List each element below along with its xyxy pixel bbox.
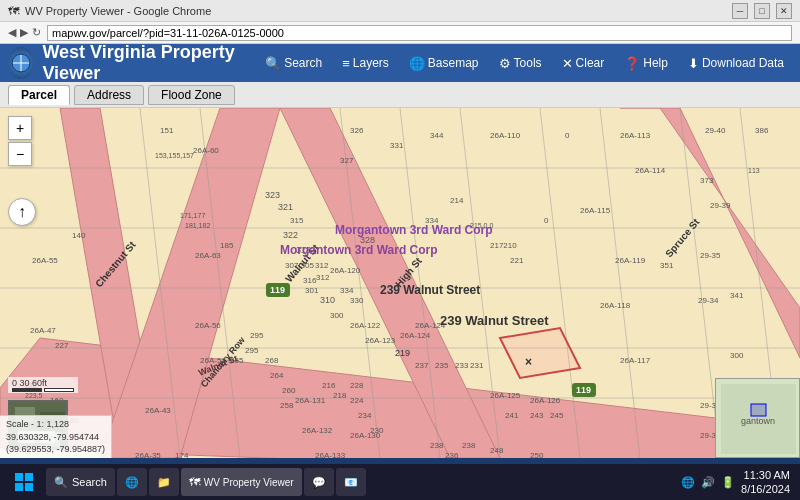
num-301: 301 [305, 286, 319, 295]
svg-rect-28 [25, 483, 33, 491]
clear-icon: ✕ [562, 56, 573, 71]
svg-rect-25 [15, 473, 23, 481]
search-button[interactable]: 🔍 Search [257, 52, 330, 75]
num-0: 0 [565, 131, 570, 140]
num-219: 219 [395, 348, 410, 358]
num-243: 243 [530, 411, 544, 420]
num-113: 113 [748, 167, 760, 174]
parcel-26a43: 26A-43 [145, 406, 171, 415]
tools-button[interactable]: ⚙ Tools [491, 52, 550, 75]
basemap-button[interactable]: 🌐 Basemap [401, 52, 487, 75]
num-316: 316 [303, 276, 317, 285]
num-326: 326 [350, 126, 364, 135]
num-344: 344 [430, 131, 444, 140]
taskbar-map-button[interactable]: 🗺 WV Property Viewer [181, 468, 302, 496]
num-341: 341 [730, 291, 744, 300]
num-330: 330 [350, 296, 364, 305]
maximize-button[interactable]: □ [754, 3, 770, 19]
parcel-26a35: 26A-35 [135, 451, 161, 458]
volume-icon: 🔊 [701, 476, 715, 489]
num-312b: 312 [316, 273, 330, 282]
tools-icon: ⚙ [499, 56, 511, 71]
num-323: 323 [265, 190, 280, 200]
system-clock[interactable]: 11:30 AM 8/16/2024 [741, 468, 790, 497]
search-icon: 🔍 [265, 56, 281, 71]
num-153-155-157: 153,155,157 [155, 152, 194, 159]
download-button[interactable]: ⬇ Download Data [680, 52, 792, 75]
tab-bar: Parcel Address Flood Zone [0, 82, 800, 108]
num-241: 241 [505, 411, 519, 420]
clear-button[interactable]: ✕ Clear [554, 52, 613, 75]
parcel-26a122: 26A-122 [350, 321, 381, 330]
num-248: 248 [490, 446, 504, 455]
num-268: 268 [265, 356, 279, 365]
parcel-26a110: 26A-110 [490, 131, 521, 140]
map-svg[interactable]: Walnut St High St Chestnut St Chancery R… [0, 108, 800, 458]
parcel-26a47: 26A-47 [30, 326, 56, 335]
num-260: 260 [282, 386, 296, 395]
taskbar-teams-button[interactable]: 💬 [304, 468, 334, 496]
parcel-26a119: 26A-119 [615, 256, 646, 265]
num-215-0-217: 215,0,0 [470, 222, 493, 229]
taskbar-search-button[interactable]: 🔍 Search [46, 468, 115, 496]
help-button[interactable]: ❓ Help [616, 52, 676, 75]
taskbar-search-icon: 🔍 [54, 476, 68, 489]
num-185: 185 [220, 241, 234, 250]
svg-rect-27 [15, 483, 23, 491]
num-235b: 235 [435, 361, 449, 370]
zoom-out-button[interactable]: − [8, 142, 32, 166]
num-250: 250 [530, 451, 544, 458]
num-216: 216 [322, 381, 336, 390]
num-258: 258 [280, 401, 294, 410]
num-318: 318 [296, 245, 311, 255]
zoom-in-button[interactable]: + [8, 116, 32, 140]
toolbar: West Virginia Property Viewer 🔍 Search ≡… [0, 44, 800, 82]
tab-parcel[interactable]: Parcel [8, 85, 70, 105]
forward-icon[interactable]: ▶ [20, 26, 28, 39]
num-218: 218 [333, 391, 347, 400]
parcel-140: 140 [72, 231, 86, 240]
parcel-26a117: 26A-117 [620, 356, 651, 365]
parcel-26a60: 26A-60 [193, 146, 219, 155]
tab-flood-zone[interactable]: Flood Zone [148, 85, 235, 105]
num-29-34: 29-34 [698, 296, 719, 305]
num-228: 228 [350, 381, 364, 390]
coords-line2: (39.629553, -79.954887) [6, 443, 105, 456]
taskbar-teams-icon: 💬 [312, 476, 326, 489]
parcel-26a118: 26A-118 [600, 301, 631, 310]
taskbar-folder-button[interactable]: 📁 [149, 468, 179, 496]
num-307-305: 307,305 [285, 261, 314, 270]
parcel-26a114: 26A-114 [635, 166, 666, 175]
parcel-26a123: 26A-123 [365, 336, 396, 345]
taskbar-browser-button[interactable]: 🌐 [117, 468, 147, 496]
refresh-icon[interactable]: ↻ [32, 26, 41, 39]
num-171-177: 171,177 [180, 212, 205, 219]
parcel-26a113: 26A-113 [620, 131, 651, 140]
url-input[interactable] [47, 25, 792, 41]
parcel-26a56: 26A-56 [195, 321, 221, 330]
parcel-26a115: 26A-115 [580, 206, 611, 215]
parcel-26a131: 26A-131 [295, 396, 326, 405]
num-295b: 295 [245, 346, 259, 355]
start-button[interactable] [4, 468, 44, 496]
layers-button[interactable]: ≡ Layers [334, 52, 397, 75]
parcel-227: 227 [55, 341, 69, 350]
num-29-35: 29-35 [700, 251, 721, 260]
browser-favicon: 🗺 [8, 5, 19, 17]
num-295: 295 [250, 331, 264, 340]
back-icon[interactable]: ◀ [8, 26, 16, 39]
num-0b: 0 [544, 216, 549, 225]
tab-address[interactable]: Address [74, 85, 144, 105]
compass-button[interactable]: ↑ [8, 198, 36, 226]
close-button[interactable]: ✕ [776, 3, 792, 19]
coords-panel: Scale - 1: 1,128 39.630328, -79.954744 (… [0, 415, 112, 458]
svg-rect-26 [25, 473, 33, 481]
taskbar-mail-button[interactable]: 📧 [336, 468, 366, 496]
minimize-button[interactable]: ─ [732, 3, 748, 19]
parcel-26a133: 26A-133 [315, 451, 346, 458]
scale-text: 0 30 60ft [12, 378, 74, 388]
scale-ratio-text: Scale - 1: 1,128 [6, 418, 105, 431]
parcel-26a124: 26A-124 [400, 331, 431, 340]
num-233: 233 [455, 361, 469, 370]
map-container[interactable]: Walnut St High St Chestnut St Chancery R… [0, 108, 800, 458]
